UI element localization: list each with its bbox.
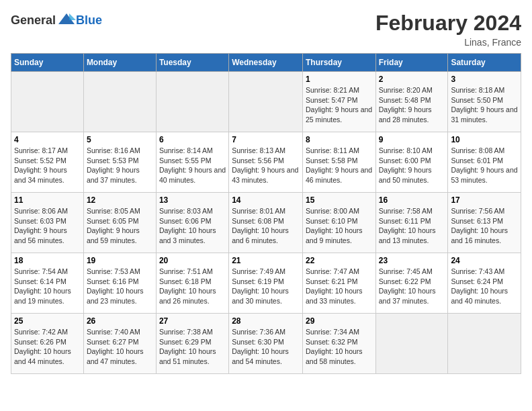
calendar-cell bbox=[375, 314, 448, 374]
calendar-cell: 18Sunrise: 7:54 AMSunset: 6:14 PMDayligh… bbox=[11, 253, 84, 314]
calendar-cell: 7Sunrise: 8:13 AMSunset: 5:56 PMDaylight… bbox=[229, 132, 303, 193]
day-detail: Sunrise: 8:01 AMSunset: 6:08 PMDaylight:… bbox=[232, 206, 300, 246]
day-number: 25 bbox=[14, 316, 81, 326]
day-detail: Sunrise: 8:16 AMSunset: 5:53 PMDaylight:… bbox=[87, 146, 153, 185]
day-number: 5 bbox=[87, 135, 153, 144]
month-year-title: February 2024 bbox=[375, 11, 521, 36]
day-number: 2 bbox=[379, 75, 445, 84]
day-number: 29 bbox=[306, 316, 373, 326]
day-detail: Sunrise: 7:58 AMSunset: 6:11 PMDaylight:… bbox=[379, 206, 445, 246]
day-detail: Sunrise: 7:42 AMSunset: 6:26 PMDaylight:… bbox=[14, 327, 81, 367]
calendar-cell: 26Sunrise: 7:40 AMSunset: 6:27 PMDayligh… bbox=[83, 314, 156, 374]
day-detail: Sunrise: 7:45 AMSunset: 6:22 PMDaylight:… bbox=[379, 267, 445, 306]
calendar-table: SundayMondayTuesdayWednesdayThursdayFrid… bbox=[11, 53, 521, 374]
day-detail: Sunrise: 8:05 AMSunset: 6:05 PMDaylight:… bbox=[87, 206, 153, 246]
day-detail: Sunrise: 8:10 AMSunset: 6:00 PMDaylight:… bbox=[379, 146, 445, 185]
calendar-cell: 25Sunrise: 7:42 AMSunset: 6:26 PMDayligh… bbox=[11, 314, 84, 374]
calendar-cell: 24Sunrise: 7:43 AMSunset: 6:24 PMDayligh… bbox=[448, 253, 521, 314]
calendar-cell: 22Sunrise: 7:47 AMSunset: 6:21 PMDayligh… bbox=[302, 253, 375, 314]
title-block: February 2024 Linas, France bbox=[375, 11, 521, 48]
day-detail: Sunrise: 7:36 AMSunset: 6:30 PMDaylight:… bbox=[232, 327, 300, 367]
weekday-header-row: SundayMondayTuesdayWednesdayThursdayFrid… bbox=[11, 54, 521, 72]
calendar-cell: 13Sunrise: 8:03 AMSunset: 6:06 PMDayligh… bbox=[156, 193, 228, 253]
weekday-header-sunday: Sunday bbox=[11, 54, 84, 72]
calendar-cell: 16Sunrise: 7:58 AMSunset: 6:11 PMDayligh… bbox=[375, 193, 448, 253]
calendar-week-row: 18Sunrise: 7:54 AMSunset: 6:14 PMDayligh… bbox=[11, 253, 521, 314]
svg-marker-1 bbox=[69, 13, 76, 20]
day-number: 14 bbox=[232, 195, 300, 205]
calendar-cell bbox=[448, 314, 521, 374]
day-detail: Sunrise: 8:08 AMSunset: 6:01 PMDaylight:… bbox=[451, 146, 518, 185]
calendar-cell: 1Sunrise: 8:21 AMSunset: 5:47 PMDaylight… bbox=[302, 72, 375, 132]
calendar-cell: 19Sunrise: 7:53 AMSunset: 6:16 PMDayligh… bbox=[83, 253, 156, 314]
weekday-header-tuesday: Tuesday bbox=[156, 54, 228, 72]
day-detail: Sunrise: 7:34 AMSunset: 6:32 PMDaylight:… bbox=[306, 327, 373, 367]
day-detail: Sunrise: 7:53 AMSunset: 6:16 PMDaylight:… bbox=[87, 267, 153, 306]
day-number: 8 bbox=[306, 135, 373, 144]
day-detail: Sunrise: 7:56 AMSunset: 6:13 PMDaylight:… bbox=[451, 206, 518, 246]
calendar-cell: 20Sunrise: 7:51 AMSunset: 6:18 PMDayligh… bbox=[156, 253, 228, 314]
day-detail: Sunrise: 8:11 AMSunset: 5:58 PMDaylight:… bbox=[306, 146, 373, 185]
calendar-cell: 21Sunrise: 7:49 AMSunset: 6:19 PMDayligh… bbox=[229, 253, 303, 314]
calendar-cell: 2Sunrise: 8:20 AMSunset: 5:48 PMDaylight… bbox=[375, 72, 448, 132]
day-detail: Sunrise: 8:03 AMSunset: 6:06 PMDaylight:… bbox=[159, 206, 226, 246]
logo: General Blue bbox=[11, 11, 102, 30]
weekday-header-friday: Friday bbox=[375, 54, 448, 72]
calendar-cell: 15Sunrise: 8:00 AMSunset: 6:10 PMDayligh… bbox=[302, 193, 375, 253]
day-number: 22 bbox=[306, 256, 373, 265]
calendar-cell: 27Sunrise: 7:38 AMSunset: 6:29 PMDayligh… bbox=[156, 314, 228, 374]
calendar-cell: 4Sunrise: 8:17 AMSunset: 5:52 PMDaylight… bbox=[11, 132, 84, 193]
calendar-cell: 17Sunrise: 7:56 AMSunset: 6:13 PMDayligh… bbox=[448, 193, 521, 253]
day-number: 15 bbox=[306, 195, 373, 205]
day-number: 23 bbox=[379, 256, 445, 265]
day-number: 9 bbox=[379, 135, 445, 144]
day-number: 21 bbox=[232, 256, 300, 265]
calendar-cell: 14Sunrise: 8:01 AMSunset: 6:08 PMDayligh… bbox=[229, 193, 303, 253]
day-detail: Sunrise: 7:40 AMSunset: 6:27 PMDaylight:… bbox=[87, 327, 153, 367]
day-number: 19 bbox=[87, 256, 153, 265]
day-detail: Sunrise: 8:00 AMSunset: 6:10 PMDaylight:… bbox=[306, 206, 373, 246]
day-number: 26 bbox=[87, 316, 153, 326]
day-detail: Sunrise: 8:20 AMSunset: 5:48 PMDaylight:… bbox=[379, 85, 445, 125]
day-detail: Sunrise: 7:51 AMSunset: 6:18 PMDaylight:… bbox=[159, 267, 226, 306]
day-number: 18 bbox=[14, 256, 81, 265]
calendar-cell bbox=[156, 72, 228, 132]
calendar-cell bbox=[83, 72, 156, 132]
day-detail: Sunrise: 7:47 AMSunset: 6:21 PMDaylight:… bbox=[306, 267, 373, 306]
location-label: Linas, France bbox=[375, 37, 521, 48]
calendar-cell: 23Sunrise: 7:45 AMSunset: 6:22 PMDayligh… bbox=[375, 253, 448, 314]
day-number: 16 bbox=[379, 195, 445, 205]
day-number: 6 bbox=[159, 135, 226, 144]
calendar-cell: 28Sunrise: 7:36 AMSunset: 6:30 PMDayligh… bbox=[229, 314, 303, 374]
calendar-cell bbox=[11, 72, 84, 132]
weekday-header-monday: Monday bbox=[83, 54, 156, 72]
calendar-cell: 3Sunrise: 8:18 AMSunset: 5:50 PMDaylight… bbox=[448, 72, 521, 132]
day-number: 28 bbox=[232, 316, 300, 326]
day-number: 24 bbox=[451, 256, 518, 265]
day-detail: Sunrise: 7:54 AMSunset: 6:14 PMDaylight:… bbox=[14, 267, 81, 306]
calendar-week-row: 1Sunrise: 8:21 AMSunset: 5:47 PMDaylight… bbox=[11, 72, 521, 132]
calendar-cell: 9Sunrise: 8:10 AMSunset: 6:00 PMDaylight… bbox=[375, 132, 448, 193]
calendar-cell: 8Sunrise: 8:11 AMSunset: 5:58 PMDaylight… bbox=[302, 132, 375, 193]
day-number: 27 bbox=[159, 316, 226, 326]
day-number: 17 bbox=[451, 195, 518, 205]
day-detail: Sunrise: 7:49 AMSunset: 6:19 PMDaylight:… bbox=[232, 267, 300, 306]
calendar-cell bbox=[229, 72, 303, 132]
logo-icon bbox=[57, 11, 76, 30]
day-detail: Sunrise: 8:13 AMSunset: 5:56 PMDaylight:… bbox=[232, 146, 300, 185]
calendar-week-row: 4Sunrise: 8:17 AMSunset: 5:52 PMDaylight… bbox=[11, 132, 521, 193]
day-number: 12 bbox=[87, 195, 153, 205]
page-header: General Blue February 2024 Linas, France bbox=[11, 11, 521, 48]
day-detail: Sunrise: 8:17 AMSunset: 5:52 PMDaylight:… bbox=[14, 146, 81, 185]
day-number: 11 bbox=[14, 195, 81, 205]
weekday-header-saturday: Saturday bbox=[448, 54, 521, 72]
day-detail: Sunrise: 7:43 AMSunset: 6:24 PMDaylight:… bbox=[451, 267, 518, 306]
day-detail: Sunrise: 8:18 AMSunset: 5:50 PMDaylight:… bbox=[451, 85, 518, 125]
logo-general-text: General bbox=[11, 13, 56, 28]
logo-blue-text: Blue bbox=[76, 13, 102, 28]
calendar-cell: 11Sunrise: 8:06 AMSunset: 6:03 PMDayligh… bbox=[11, 193, 84, 253]
calendar-week-row: 25Sunrise: 7:42 AMSunset: 6:26 PMDayligh… bbox=[11, 314, 521, 374]
calendar-cell: 5Sunrise: 8:16 AMSunset: 5:53 PMDaylight… bbox=[83, 132, 156, 193]
day-detail: Sunrise: 8:14 AMSunset: 5:55 PMDaylight:… bbox=[159, 146, 226, 185]
calendar-cell: 12Sunrise: 8:05 AMSunset: 6:05 PMDayligh… bbox=[83, 193, 156, 253]
